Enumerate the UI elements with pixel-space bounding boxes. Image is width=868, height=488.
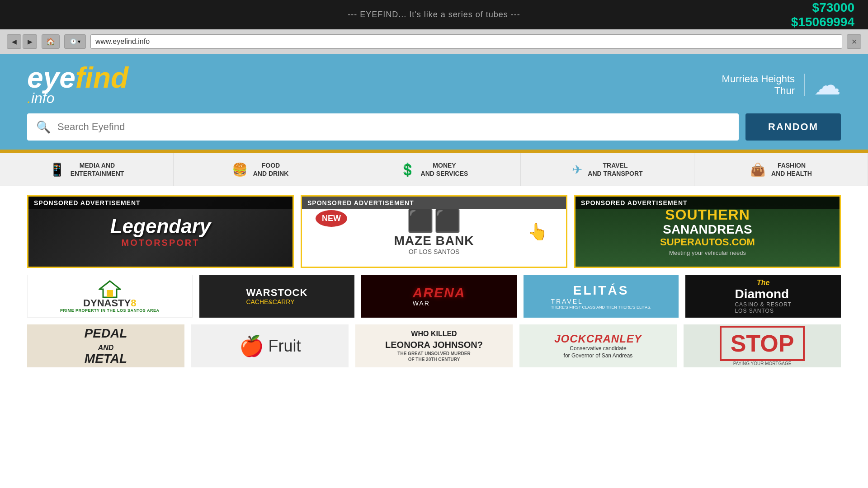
diamond-name: Diamond	[735, 287, 791, 301]
diamond-text: The Diamond CASINO & RESORT LOS SANTOS	[735, 279, 791, 314]
fruit-text: 🍎 Fruit	[239, 334, 301, 358]
logo[interactable]: eyefind .info	[27, 63, 128, 107]
dynasty8-name: DYNASTY8	[83, 298, 136, 308]
killed-text: WHO KILLED LEONORA JOHNSON? THE GREAT UN…	[385, 329, 483, 362]
maze-bank-name: MAZE BANK	[394, 234, 474, 248]
fruit-logo-icon: 🍎	[239, 334, 264, 358]
money-display: $73000 $15069994	[791, 0, 854, 29]
diamond-sub: CASINO & RESORT	[735, 301, 791, 308]
nav-label-media: MEDIA ANDENTERTAINMENT	[71, 161, 124, 178]
killed-line1: WHO KILLED	[385, 329, 483, 339]
site-header: eyefind .info Murrieta Heights Thur ☁	[0, 54, 868, 113]
fashion-icon: 👜	[750, 162, 766, 177]
jock-sub: Conservative candidatefor Governor of Sa…	[554, 345, 642, 359]
page-title: --- EYEFIND... It's like a series of tub…	[348, 10, 520, 19]
jock-name: JOCKCRANLEY	[554, 333, 642, 345]
fruit-name: Fruit	[269, 337, 301, 356]
dynasty8-tagline: PRIME PROPERTY IN THE LOS SANTOS AREA	[60, 308, 159, 313]
brand-jock-cranley[interactable]: JOCKCRANLEY Conservative candidatefor Go…	[519, 324, 677, 367]
brand-stop[interactable]: STOP PAYING YOUR MORTGAGE	[684, 324, 841, 367]
pedal-metal-text: PEDALANDMETAL	[85, 327, 127, 365]
brand-elitas[interactable]: ELITÁS TRAVEL THERE'S FIRST CLASS AND TH…	[524, 275, 679, 318]
nav-item-travel[interactable]: ✈ TRAVELAND TRANSPORT	[521, 153, 694, 186]
nav-item-media[interactable]: 📱 MEDIA ANDENTERTAINMENT	[0, 153, 174, 186]
ads-row: SPONSORED ADVERTISEMENT Legendary MOTORS…	[27, 195, 841, 268]
ad-header-2: SPONSORED ADVERTISEMENT	[302, 197, 566, 209]
media-icon: 📱	[49, 162, 65, 177]
maze-bank-sub: OF LOS SANTOS	[394, 248, 474, 255]
southern-line3: SUPERAUTOS.COM	[660, 237, 755, 248]
close-button[interactable]: ✕	[847, 34, 861, 49]
maze-bank-graphic: ⬛⬛	[394, 208, 474, 234]
history-button[interactable]: 🕐 ▾	[64, 34, 86, 49]
money-amount-1: $73000	[791, 0, 854, 15]
diamond-loc: LOS SANTOS	[735, 308, 791, 314]
logo-text: eyefind	[27, 63, 128, 92]
arena-war-sub: WAR	[413, 300, 466, 307]
brand-arena-war[interactable]: ARENA WAR	[361, 275, 517, 318]
stop-sub: PAYING YOUR MORTGAGE	[720, 361, 805, 366]
brand-row-2: PEDALANDMETAL 🍎 Fruit WHO KILLED LEONORA…	[27, 324, 841, 367]
home-button[interactable]: 🏠	[42, 34, 60, 49]
top-bar: --- EYEFIND... It's like a series of tub…	[0, 0, 868, 29]
browser-chrome: ◀ ▶ 🏠 🕐 ▾ ✕	[0, 29, 868, 54]
killed-sub: THE GREAT UNSOLVED MURDEROF THE 20TH CEN…	[385, 351, 483, 362]
killed-name: LEONORA JOHNSON?	[385, 339, 483, 351]
brand-diamond[interactable]: The Diamond CASINO & RESORT LOS SANTOS	[685, 275, 841, 318]
money-amount-2: $15069994	[791, 15, 854, 29]
search-icon: 🔍	[36, 120, 51, 134]
nav-buttons: ◀ ▶	[7, 34, 37, 49]
southern-tagline: Meeting your vehicular needs	[660, 250, 755, 256]
weather-city: Murrieta Heights	[722, 73, 795, 85]
forward-button[interactable]: ▶	[23, 34, 37, 49]
brand-pedal-metal[interactable]: PEDALANDMETAL	[27, 324, 184, 367]
ad-maze[interactable]: SPONSORED ADVERTISEMENT NEW ⬛⬛ MAZE BANK…	[301, 195, 567, 268]
brand-row-1: DYNASTY8 PRIME PROPERTY IN THE LOS SANTO…	[27, 275, 841, 318]
elitas-travel: TRAVEL	[551, 298, 651, 305]
weather-widget: Murrieta Heights Thur ☁	[722, 69, 841, 101]
ad-header-3: SPONSORED ADVERTISEMENT	[576, 197, 840, 209]
weather-divider	[804, 74, 805, 96]
weather-day: Thur	[722, 85, 795, 97]
nav-label-travel: TRAVELAND TRANSPORT	[588, 161, 642, 178]
elitas-tagline: THERE'S FIRST CLASS AND THEN THERE'S ELI…	[551, 305, 651, 310]
search-box: 🔍	[27, 113, 739, 141]
nav-bar: 📱 MEDIA ANDENTERTAINMENT 🍔 FOODAND DRINK…	[0, 153, 868, 186]
food-icon: 🍔	[232, 162, 248, 177]
southern-line2: SANANDREAS	[660, 223, 755, 237]
logo-find: find	[75, 61, 128, 94]
content-area: SPONSORED ADVERTISEMENT Legendary MOTORS…	[0, 186, 868, 376]
nav-item-fashion[interactable]: 👜 FASHIONAND HEALTH	[694, 153, 868, 186]
maze-logo: ⬛⬛ MAZE BANK OF LOS SANTOS	[394, 208, 474, 255]
money-icon: 💲	[400, 162, 415, 177]
search-input[interactable]	[57, 121, 730, 133]
cursor-icon: 👆	[528, 222, 548, 241]
stop-text: STOP	[720, 326, 805, 361]
nav-label-food: FOODAND DRINK	[253, 161, 289, 178]
brand-warstock[interactable]: WARSTOCK CACHE&CARRY	[199, 275, 355, 318]
maze-new-badge: NEW	[316, 210, 347, 227]
brand-dynasty8[interactable]: DYNASTY8 PRIME PROPERTY IN THE LOS SANTO…	[27, 275, 193, 318]
logo-eye: eye	[27, 61, 75, 94]
search-section: 🔍 RANDOM	[0, 113, 868, 150]
back-button[interactable]: ◀	[7, 34, 21, 49]
weather-icon: ☁	[814, 69, 841, 101]
brand-who-killed[interactable]: WHO KILLED LEONORA JOHNSON? THE GREAT UN…	[355, 324, 513, 367]
ad-southern[interactable]: SPONSORED ADVERTISEMENT SOUTHERN SANANDR…	[574, 195, 841, 268]
stop-text-container: STOP PAYING YOUR MORTGAGE	[720, 326, 805, 366]
legendary-name: Legendary	[110, 216, 211, 237]
nav-item-food[interactable]: 🍔 FOODAND DRINK	[174, 153, 347, 186]
brand-fruit[interactable]: 🍎 Fruit	[191, 324, 349, 367]
warstock-text: WARSTOCK CACHE&CARRY	[246, 287, 307, 305]
southern-text: SOUTHERN SANANDREAS SUPERAUTOS.COM Meeti…	[660, 207, 755, 256]
weather-location: Murrieta Heights Thur	[722, 73, 795, 97]
ad-header-1: SPONSORED ADVERTISEMENT	[28, 197, 292, 209]
ad-legendary[interactable]: SPONSORED ADVERTISEMENT Legendary MOTORS…	[27, 195, 294, 268]
nav-item-money[interactable]: 💲 MONEYAND SERVICES	[347, 153, 521, 186]
chevron-down-icon: ▾	[78, 38, 80, 45]
random-button[interactable]: RANDOM	[745, 113, 841, 141]
nav-label-money: MONEYAND SERVICES	[421, 161, 468, 178]
southern-line1: SOUTHERN	[660, 207, 755, 223]
url-bar[interactable]	[90, 34, 842, 49]
svg-rect-1	[107, 290, 113, 297]
